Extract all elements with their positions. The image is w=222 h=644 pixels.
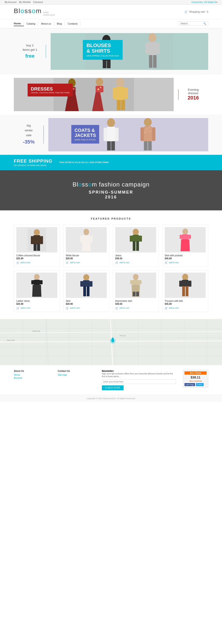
nav-about[interactable]: About us [38, 21, 54, 26]
facebook-like-button[interactable]: Like Page [184, 383, 195, 386]
svg-rect-59 [132, 235, 139, 242]
hero-title: BLOUSES & SHIRTS [87, 43, 119, 54]
cart-icon-4: 🛒 [165, 261, 168, 264]
subscribe-button[interactable]: subscribe [102, 386, 124, 390]
add-to-cart-button-4[interactable]: 🛒 add to cart [165, 261, 179, 264]
coupon-sub: 50% COUPON [184, 380, 206, 382]
footer-account-link[interactable]: Account [14, 377, 51, 379]
product-card-3: Jeans $38.50 🛒 add to cart [113, 224, 159, 267]
my-wishlist-link[interactable]: My Wishlist [19, 1, 31, 4]
products-grid-row1: Coffee-coloured blouse $25.90 🛒 add to c… [14, 224, 208, 267]
svg-rect-5 [103, 60, 107, 68]
social-row: Like Page Follow [184, 383, 206, 386]
svg-rect-87 [136, 292, 139, 296]
product-price-2: $28.90 [66, 257, 107, 260]
my-account-link[interactable]: My Account [5, 1, 17, 4]
svg-rect-72 [31, 280, 34, 284]
cart-icon-8: 🛒 [165, 306, 168, 310]
featured-title: FEATURED PRODUCTS [14, 217, 208, 220]
free-shipping-main: FREE SHIPPING ON ORDERS OF $299 AND MORE [14, 158, 52, 166]
top-bar: My Account My Wishlist Checkout Currenci… [0, 0, 222, 4]
add-to-cart-button-7[interactable]: 🛒 add to cart [115, 306, 129, 310]
footer-coupon-col: Box Theme $38.11 50% COUPON Like Page Fo… [183, 370, 208, 390]
coats-left-text: big winter sale -35% [14, 123, 44, 146]
nav-catalog[interactable]: Catalog [24, 21, 39, 26]
svg-rect-51 [34, 244, 37, 251]
add-to-cart-button-3[interactable]: 🛒 add to cart [115, 261, 129, 264]
nav-blog[interactable]: Blog [54, 21, 65, 26]
svg-rect-11 [149, 55, 152, 68]
footer-about-title: About Us [14, 370, 51, 372]
add-to-cart-button-1[interactable]: 🛒 add to cart [16, 261, 30, 264]
footer-terms-link[interactable]: Terms [14, 374, 51, 376]
svg-rect-77 [80, 281, 83, 287]
footer-sitemap-link[interactable]: Site map [58, 374, 95, 376]
checkout-link[interactable]: Checkout [33, 1, 43, 4]
cart-icon-6: 🛒 [66, 306, 69, 310]
hero-subtitle: NEW SPRING COLLECTION 2016 [87, 55, 119, 57]
svg-rect-85 [139, 280, 141, 284]
campaign-title: Blossom fashion campaign [73, 181, 149, 188]
svg-rect-50 [40, 236, 43, 244]
search-input[interactable] [180, 22, 203, 25]
logo[interactable]: Blossom online clothes store [14, 7, 55, 16]
svg-text:New York: New York [7, 339, 15, 341]
svg-point-17 [73, 88, 75, 90]
svg-point-23 [116, 78, 124, 87]
search-icon[interactable]: 🔍 [203, 22, 206, 25]
svg-rect-25 [113, 88, 116, 99]
search-box[interactable]: 🔍 [178, 21, 208, 26]
newsletter-email-input[interactable] [102, 380, 176, 384]
product-image-8 [165, 272, 206, 298]
svg-point-30 [107, 118, 115, 127]
svg-point-58 [133, 229, 139, 235]
coats-subtitle: MORE THAN 15 STYLES [75, 139, 96, 141]
coats-title: COATS & JACKETS [75, 128, 96, 138]
free-shipping-note: THIS OFFER IS VALID ON ALL OUR STORE ITE… [59, 161, 109, 164]
svg-rect-93 [182, 286, 185, 296]
add-to-cart-button-5[interactable]: 🛒 add to cart [16, 306, 30, 310]
svg-point-70 [34, 274, 40, 280]
twitter-follow-button[interactable]: Follow [196, 383, 203, 386]
svg-point-75 [83, 274, 89, 281]
product-card-2: White blouse $28.90 🛒 add to cart [63, 224, 109, 267]
currency-selector[interactable]: Currencies: US Dollar $ ▾ [191, 1, 217, 4]
svg-point-36 [144, 118, 152, 126]
svg-rect-28 [121, 100, 125, 110]
campaign-section: Blossom fashion campaign SPRING-SUMMER 2… [0, 170, 222, 210]
product-card-7: Asymmetric skirt $38.50 🛒 add to cart [113, 270, 159, 312]
map-section: New York Fort Lee Jersey City [0, 319, 222, 365]
product-name-2: White blouse [66, 254, 107, 257]
nav-contacts[interactable]: Contacts [65, 21, 81, 26]
product-name-3: Jeans [115, 254, 156, 257]
svg-rect-31 [107, 127, 115, 142]
product-card-5: Ladies' dress $25.90 🛒 add to cart [14, 270, 60, 312]
logo-text: Blossom [14, 7, 42, 15]
svg-point-42 [144, 131, 147, 134]
svg-rect-68 [188, 235, 191, 239]
dresses-banner: DRESSES CASUAL, COCKTAIL MORE THAN 300 I… [0, 74, 222, 114]
product-card-4: Skirt with pockets $45.80 🛒 add to cart [162, 224, 208, 267]
svg-rect-24 [116, 86, 124, 100]
product-image-6 [66, 272, 107, 298]
cart-area[interactable]: 🛒 Shopping cart: 0 [184, 10, 208, 13]
product-name-6: Skirt [66, 300, 107, 302]
hero-promo-text: buy 2 items get 1 free [14, 43, 46, 60]
svg-rect-12 [153, 55, 157, 68]
nav-home[interactable]: Home [14, 21, 24, 26]
add-to-cart-button-6[interactable]: 🛒 add to cart [66, 306, 80, 310]
cart-icon-1: 🛒 [16, 261, 20, 264]
add-to-cart-button-8[interactable]: 🛒 add to cart [165, 306, 179, 310]
product-image-5 [16, 272, 57, 298]
svg-rect-44 [144, 141, 148, 150]
add-to-cart-button-2[interactable]: 🛒 add to cart [66, 261, 80, 264]
svg-rect-66 [182, 234, 188, 239]
hero-overlay: BLOUSES & SHIRTS NEW SPRING COLLECTION 2… [83, 40, 123, 60]
product-name-4: Skirt with pockets [165, 254, 206, 257]
svg-rect-39 [152, 127, 155, 141]
dresses-image: DRESSES CASUAL, COCKTAIL MORE THAN 300 I… [14, 78, 174, 111]
footer-contact-title: Contact Us [58, 370, 95, 372]
svg-point-65 [182, 228, 188, 234]
cart-label: Shopping cart: [189, 10, 205, 13]
cart-count: 0 [207, 10, 208, 13]
